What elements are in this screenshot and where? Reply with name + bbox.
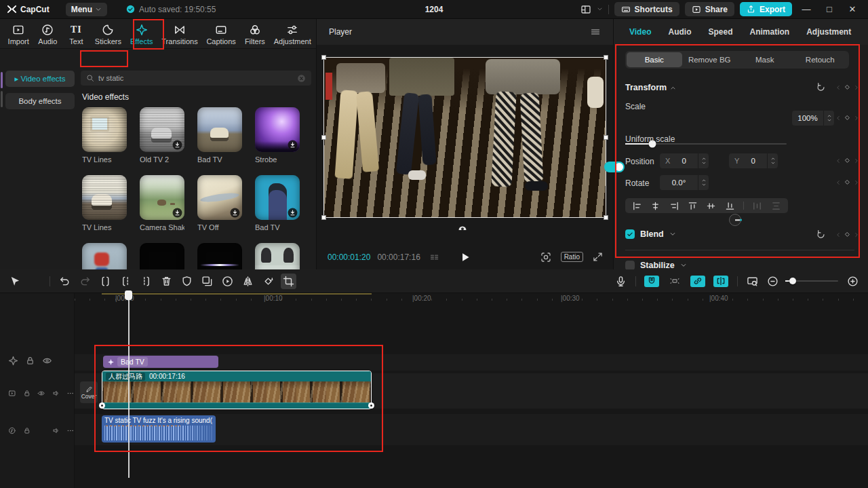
menu-button[interactable]: Menu: [66, 3, 107, 16]
overlay-button[interactable]: [201, 276, 213, 287]
snap-button[interactable]: [667, 276, 682, 287]
keyframe-prev-icon[interactable]: [835, 179, 842, 186]
keyframe-diamond-icon[interactable]: [844, 114, 851, 121]
inspector-tab-speed[interactable]: Speed: [708, 27, 732, 37]
effect-card-tv-lines[interactable]: TV Lines: [82, 175, 127, 243]
effect-card-tv-lines[interactable]: TV Lines: [82, 107, 127, 175]
split-button[interactable]: [100, 276, 111, 287]
ribbon-tab-text[interactable]: TIText: [62, 22, 90, 47]
inspector-subtab-basic[interactable]: Basic: [627, 52, 682, 67]
inspector-tab-video[interactable]: Video: [629, 27, 651, 37]
rotate-button[interactable]: [262, 276, 274, 287]
keyframe-diamond-icon[interactable]: [844, 157, 851, 164]
effect-clip[interactable]: Bad TV: [103, 356, 218, 368]
cover-button[interactable]: Cover: [80, 381, 98, 403]
keyframe-next-icon[interactable]: [853, 157, 860, 164]
display-button[interactable]: [747, 276, 758, 287]
speaker-icon[interactable]: [52, 388, 60, 398]
position-y-stepper[interactable]: [767, 153, 778, 168]
inspector-tab-adjustment[interactable]: Adjustment: [806, 27, 851, 37]
effect-card-camera-shake[interactable]: Camera Shake: [140, 175, 184, 243]
align-bottom-icon[interactable]: [725, 201, 735, 211]
scale-value-field[interactable]: 100%: [792, 111, 823, 126]
preview-canvas[interactable]: [324, 58, 606, 217]
share-button[interactable]: Share: [685, 2, 734, 16]
canvas-handle-mid-left[interactable]: [321, 135, 326, 140]
fullscreen-icon[interactable]: [593, 252, 603, 262]
category-video-effects[interactable]: ▸ Video effects: [5, 71, 75, 87]
stabilize-label[interactable]: Stabilize: [640, 261, 675, 270]
keyframe-next-icon[interactable]: [853, 179, 860, 186]
crop-button[interactable]: [281, 274, 296, 289]
align-left-icon[interactable]: [632, 201, 642, 211]
stepper-down-icon[interactable]: [827, 118, 832, 122]
lock-icon[interactable]: [25, 356, 35, 366]
rotate-dial[interactable]: [729, 214, 741, 226]
keyframe-next-icon[interactable]: [853, 84, 860, 91]
ribbon-tab-captions[interactable]: Captions: [203, 22, 239, 47]
clear-search-icon[interactable]: [297, 74, 306, 83]
cursor-button[interactable]: [9, 276, 20, 287]
rotate-value-field[interactable]: 0.0°: [660, 175, 698, 190]
ratio-button[interactable]: Ratio: [561, 252, 583, 262]
ribbon-tab-filters[interactable]: Filters: [241, 22, 269, 47]
play-button[interactable]: [459, 251, 471, 263]
inspector-subtab-retouch[interactable]: Retouch: [793, 52, 848, 67]
position-x-stepper[interactable]: [698, 153, 709, 168]
split-left-button[interactable]: [120, 276, 132, 287]
uniform-scale-toggle[interactable]: [604, 162, 625, 172]
effect-card-bad-tv[interactable]: Bad TV: [197, 107, 242, 175]
keyframe-diamond-icon[interactable]: [844, 179, 851, 186]
canvas-handle-bottom-right[interactable]: [604, 215, 608, 220]
stepper-down-icon[interactable]: [770, 161, 776, 165]
effect-thumbnail[interactable]: [140, 175, 184, 220]
effects-search-input[interactable]: tv static: [81, 71, 311, 86]
effect-thumbnail[interactable]: [82, 107, 127, 152]
fit-focus-icon[interactable]: [540, 252, 551, 263]
effect-card-old-tv-2[interactable]: Old TV 2: [140, 107, 184, 175]
blend-label[interactable]: Blend: [640, 229, 664, 239]
keyframe-diamond-icon[interactable]: [844, 83, 851, 91]
undo-button[interactable]: [59, 276, 71, 287]
ribbon-tab-effects[interactable]: Effects: [126, 22, 157, 47]
layout-chevron-down-icon[interactable]: [597, 6, 603, 12]
align-top-icon[interactable]: [688, 201, 698, 211]
category-body-effects[interactable]: Body effects: [5, 93, 75, 109]
effect-thumbnail[interactable]: [140, 107, 184, 152]
playhead-handle[interactable]: [125, 290, 132, 300]
position-keyframe-control[interactable]: [835, 157, 860, 164]
align-center-v-icon[interactable]: [706, 201, 716, 211]
transform-reset-button[interactable]: [816, 82, 826, 94]
audio-clip[interactable]: TV static TV fuzz It's a rising sound(1: [102, 415, 216, 443]
delete-button[interactable]: [161, 276, 172, 287]
chevron-down-button[interactable]: [29, 276, 41, 287]
canvas-handle-top-left[interactable]: [321, 55, 326, 60]
maximize-button[interactable]: □: [821, 4, 838, 14]
keyframe-prev-icon[interactable]: [835, 157, 842, 164]
category-scrollbar-thumb[interactable]: [1, 91, 3, 107]
blend-reset-button[interactable]: [816, 229, 826, 242]
effect-thumbnail[interactable]: [197, 175, 242, 220]
playhead-line[interactable]: [128, 293, 130, 478]
clip-trim-handle-right[interactable]: [368, 402, 374, 409]
rotate-keyframe-control[interactable]: [835, 179, 860, 186]
magnet-button[interactable]: [644, 276, 659, 287]
effect-card-strobe[interactable]: Strobe: [255, 107, 300, 175]
time-ruler[interactable]: |00:00|00:10|00:20|00:30|00:40: [75, 293, 868, 305]
keyframe-diamond-icon[interactable]: [844, 231, 851, 238]
ribbon-tab-transitions[interactable]: Transitions: [158, 22, 201, 47]
stabilize-expand-icon[interactable]: [680, 262, 687, 269]
effect-thumbnail[interactable]: [82, 175, 127, 220]
shortcuts-button[interactable]: Shortcuts: [614, 2, 679, 16]
dots-icon[interactable]: [66, 388, 75, 398]
mic-button[interactable]: [615, 276, 627, 287]
split-right-button[interactable]: [140, 276, 152, 287]
rotate-stepper[interactable]: [698, 175, 709, 190]
blend-expand-icon[interactable]: [669, 231, 676, 238]
ribbon-tab-stickers[interactable]: Stickers: [91, 22, 125, 47]
keyframe-prev-icon[interactable]: [835, 84, 842, 91]
effect-thumbnail[interactable]: [197, 107, 242, 152]
timeline-zoom-slider[interactable]: [785, 280, 838, 282]
ribbon-tab-import[interactable]: Import: [4, 22, 33, 47]
zoom-in-button[interactable]: [847, 276, 859, 287]
